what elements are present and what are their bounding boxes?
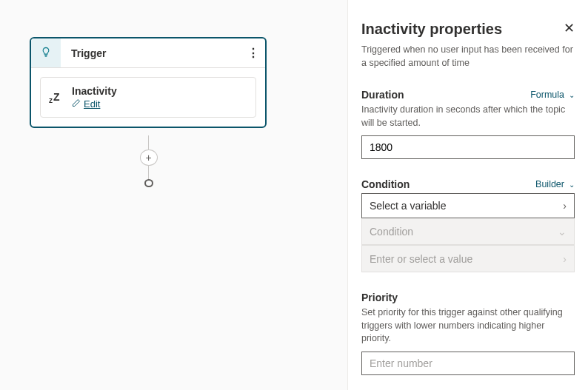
condition-mode-toggle[interactable]: Builder ⌄ [535,179,575,189]
chevron-down-icon: ⌄ [569,181,575,189]
trigger-node[interactable]: Trigger ⋮ zZ Inactivity Edit [30,37,267,128]
panel-description: Triggered when no user input has been re… [361,44,575,70]
connector: + [148,135,149,187]
priority-section: Priority Set priority for this trigger a… [361,292,575,375]
chevron-down-icon: ⌄ [558,226,567,238]
sleep-icon: zZ [50,93,72,103]
duration-help: Inactivity duration in seconds after whi… [361,104,575,130]
close-icon[interactable]: ✕ [564,21,575,36]
inactivity-edit-link[interactable]: Edit [84,98,100,110]
node-more-menu[interactable]: ⋮ [241,46,265,60]
add-node-button[interactable]: + [140,149,158,166]
duration-mode-label: Formula [530,90,564,100]
condition-operator-select[interactable]: Condition ⌄ [362,218,574,245]
duration-section: Duration Formula ⌄ Inactivity duration i… [361,89,575,159]
priority-input[interactable] [361,352,575,375]
condition-variable-placeholder: Select a variable [370,200,447,212]
properties-panel: Inactivity properties ✕ Triggered when n… [347,0,588,390]
condition-label: Condition [361,178,410,190]
chevron-down-icon: ⌄ [569,91,575,99]
authoring-canvas[interactable]: Trigger ⋮ zZ Inactivity Edit [0,0,347,390]
condition-mode-label: Builder [535,179,564,189]
trigger-title: Trigger [61,47,241,59]
condition-section: Condition Builder ⌄ Select a variable › … [361,178,575,272]
duration-input[interactable] [361,135,575,159]
duration-mode-toggle[interactable]: Formula ⌄ [530,90,575,100]
end-circle-icon [144,179,153,187]
condition-variable-select[interactable]: Select a variable › [361,193,575,218]
trigger-body: zZ Inactivity Edit [31,68,265,127]
panel-title: Inactivity properties [361,21,502,38]
chevron-right-icon: › [563,200,567,212]
condition-value-placeholder: Enter or select a value [370,253,472,265]
condition-value-select[interactable]: Enter or select a value › [362,245,574,272]
inactivity-card[interactable]: zZ Inactivity Edit [40,77,256,118]
duration-label: Duration [361,89,404,101]
lightbulb-icon [41,47,51,59]
condition-operator-placeholder: Condition [370,226,413,238]
chevron-right-icon: › [563,253,567,265]
priority-label: Priority [361,292,398,303]
priority-help: Set priority for this trigger against ot… [361,306,575,346]
trigger-header: Trigger ⋮ [31,38,265,68]
inactivity-card-title: Inactivity [72,85,247,97]
trigger-icon-cell [31,38,61,67]
pencil-icon [72,98,81,110]
